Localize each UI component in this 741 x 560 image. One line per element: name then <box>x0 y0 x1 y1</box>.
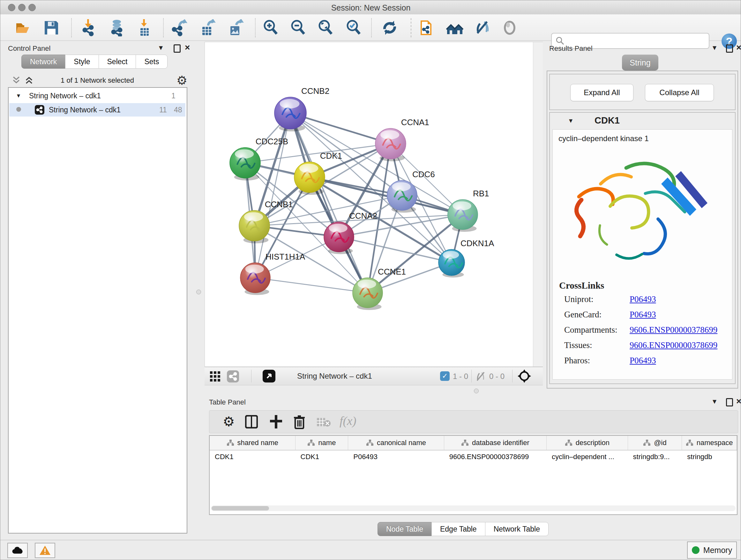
column-header-namespace[interactable]: namespace <box>682 436 737 450</box>
expand-all-button[interactable]: Expand All <box>570 84 633 101</box>
control-panel-tabs: NetworkStyleSelectSets <box>21 55 167 69</box>
zoom-fit-button[interactable] <box>317 19 335 37</box>
control-panel-float-icon[interactable] <box>174 44 181 53</box>
tab-string[interactable]: String <box>622 55 658 71</box>
open-session-button[interactable] <box>14 19 32 37</box>
trash-icon[interactable] <box>293 415 306 429</box>
edge-HIST1H1A-CCNE1[interactable] <box>255 278 367 293</box>
columns-icon[interactable] <box>245 415 258 428</box>
tab-edge-table[interactable]: Edge Table <box>431 522 485 536</box>
zoom-out-button[interactable] <box>289 19 307 37</box>
selected-checkbox[interactable]: ✓ <box>440 371 450 381</box>
table-panel-float-icon[interactable] <box>726 398 733 407</box>
entry-expander-icon[interactable]: ▾ <box>569 117 572 125</box>
zoom-in-button[interactable] <box>262 19 280 37</box>
crosslink-value-link[interactable]: 9606.ENSP00000378699 <box>630 340 718 350</box>
memory-button[interactable]: Memory <box>687 542 737 559</box>
edge-CCNB2-CCNE1[interactable] <box>290 113 367 293</box>
node-CDKN1A[interactable]: CDKN1A <box>439 239 494 277</box>
grid-icon[interactable] <box>210 371 220 382</box>
import-network-button[interactable] <box>80 19 98 37</box>
network-view[interactable]: CCNB2CCNA1CDC25BCDK1CDC6RB1CCNB1CCNA2CDK… <box>205 42 543 367</box>
edge-CDK1-RB1[interactable] <box>310 177 463 214</box>
crosslink-row: Uniprot:P06493 <box>564 294 730 304</box>
horizontal-splitter-handle[interactable] <box>474 388 479 393</box>
export-image-button[interactable] <box>226 19 244 37</box>
table-cell[interactable]: cyclin–dependent ... <box>547 450 628 463</box>
open-session-icon <box>15 19 31 36</box>
crosslink-value-link[interactable]: P06493 <box>630 356 656 366</box>
column-header-shared-name[interactable]: shared name <box>210 436 295 450</box>
warning-button[interactable] <box>35 543 55 558</box>
table-panel-close-icon[interactable]: × <box>736 397 741 406</box>
table-cell[interactable]: CDK1 <box>210 450 295 463</box>
network-status-dot <box>16 107 21 112</box>
table-cell[interactable]: 9606.ENSP00000378699 <box>444 450 547 463</box>
network-scrollbar[interactable] <box>533 42 543 367</box>
status-bar: Memory <box>0 540 741 560</box>
table-cell[interactable]: stringdb <box>682 450 737 463</box>
node-HIST1H1A[interactable]: HIST1H1A <box>240 252 306 295</box>
refresh-layout-button[interactable] <box>381 19 399 37</box>
string-home-icon <box>446 19 464 37</box>
crosslink-value-link[interactable]: 9606.ENSP00000378699 <box>630 325 718 335</box>
zoom-selected-icon <box>345 19 362 37</box>
column-header--id[interactable]: @id <box>628 436 682 450</box>
network-tree-root-row[interactable]: ▾ String Network – cdk1 1 <box>9 90 187 103</box>
network-options-gear-icon[interactable]: ⚙ <box>177 74 187 86</box>
detach-icon[interactable] <box>263 370 275 382</box>
save-session-button[interactable] <box>43 19 60 37</box>
table-h-scrollbar[interactable] <box>211 505 736 511</box>
column-header-label: namespace <box>697 439 733 447</box>
control-panel-collapse-icon[interactable]: ▾ <box>159 44 163 51</box>
results-panel-close-icon[interactable]: × <box>736 43 741 52</box>
network-graph[interactable]: CCNB2CCNA1CDC25BCDK1CDC6RB1CCNB1CCNA2CDK… <box>205 42 542 367</box>
export-table-button[interactable] <box>198 19 216 37</box>
import-database-button[interactable] <box>108 19 126 37</box>
tab-network-table[interactable]: Network Table <box>485 522 549 536</box>
results-panel-collapse-icon[interactable]: ▾ <box>713 44 717 51</box>
crosslink-row: Pharos:P06493 <box>564 356 730 366</box>
node-RB1[interactable]: RB1 <box>448 189 489 232</box>
column-header-name[interactable]: name <box>295 436 348 450</box>
table-cell[interactable]: CDK1 <box>295 450 348 463</box>
cloud-button[interactable] <box>7 543 28 558</box>
tree-expander-icon[interactable]: ▾ <box>17 91 20 99</box>
network-tree-child-row[interactable]: String Network – cdk1 11 48 <box>9 103 185 117</box>
column-header-description[interactable]: description <box>547 436 628 450</box>
table-cell[interactable]: stringdb:9... <box>628 450 682 463</box>
column-header-database-identifier[interactable]: database identifier <box>444 436 547 450</box>
tab-node-table[interactable]: Node Table <box>378 522 432 536</box>
crosslink-value-link[interactable]: P06493 <box>630 310 656 320</box>
tab-sets[interactable]: Sets <box>136 55 167 69</box>
node-CCNE1[interactable]: CCNE1 <box>353 267 406 310</box>
table-panel-collapse-icon[interactable]: ▾ <box>713 397 717 405</box>
table-options-gear-icon[interactable]: ⚙ <box>223 415 235 428</box>
add-column-icon[interactable] <box>269 415 283 429</box>
crosshair-icon[interactable] <box>517 369 531 383</box>
session-file-button[interactable] <box>418 19 435 37</box>
control-panel-close-icon[interactable]: × <box>185 43 190 52</box>
node-CDK1[interactable]: CDK1 <box>294 151 342 195</box>
table-cell[interactable]: P06493 <box>348 450 444 463</box>
left-splitter-handle[interactable] <box>196 290 201 294</box>
tab-style[interactable]: Style <box>65 55 98 69</box>
eye-button[interactable] <box>501 19 519 37</box>
collapse-all-button[interactable]: Collapse All <box>645 84 714 101</box>
tab-select[interactable]: Select <box>98 55 136 69</box>
tab-network[interactable]: Network <box>21 55 65 69</box>
column-header-canonical-name[interactable]: canonical name <box>348 436 444 450</box>
table-h-scrollbar-thumb[interactable] <box>212 506 269 510</box>
toolbar-separator <box>411 18 411 37</box>
node-CCNB2[interactable]: CCNB2 <box>274 86 329 132</box>
string-home-button[interactable] <box>446 19 464 37</box>
edge-CCNA2-CDKN1A[interactable] <box>339 237 452 262</box>
import-table-button[interactable] <box>136 19 153 37</box>
zoom-selected-button[interactable] <box>345 19 363 37</box>
hide-glasses-button[interactable] <box>473 19 491 37</box>
results-panel-float-icon[interactable] <box>726 44 733 53</box>
table-row[interactable]: CDK1CDK1P064939606.ENSP00000378699cyclin… <box>210 450 737 463</box>
share-icon[interactable] <box>227 370 239 382</box>
export-network-button[interactable] <box>170 19 188 37</box>
crosslink-value-link[interactable]: P06493 <box>630 294 656 304</box>
